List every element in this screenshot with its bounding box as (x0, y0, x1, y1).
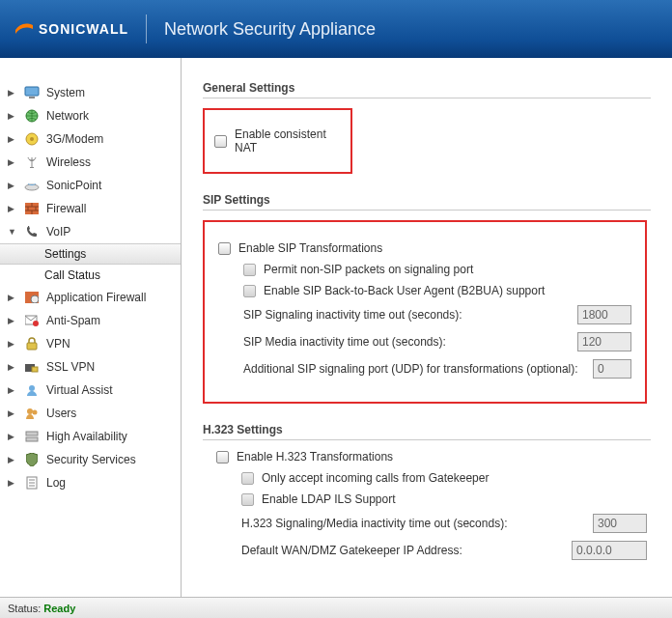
checkbox-enable-sip-transform[interactable] (218, 242, 231, 255)
sidebar-item-label: Wireless (46, 155, 181, 169)
input-gatekeeper-ip[interactable] (572, 541, 647, 560)
chevron-right-icon: ▶ (8, 88, 17, 98)
ssl-lock-icon (23, 359, 41, 375)
highlight-box-sip: Enable SIP Transformations Permit non-SI… (203, 220, 647, 404)
sidebar-item-vpn[interactable]: ▶ VPN (0, 332, 181, 355)
svg-point-17 (33, 410, 38, 415)
label-enable-sip-transform: Enable SIP Transformations (238, 241, 382, 255)
svg-point-9 (31, 295, 39, 303)
chevron-right-icon: ▶ (8, 181, 17, 190)
status-value: Ready (43, 603, 75, 614)
content-area: ▶ System ▶ Network ▶ 3G/Modem ▶ W (0, 58, 672, 597)
label-only-gatekeeper: Only accept incoming calls from Gatekeep… (262, 471, 489, 485)
checkbox-enable-b2bua[interactable] (243, 285, 256, 297)
access-point-icon (23, 178, 41, 193)
envelope-block-icon (23, 313, 41, 328)
sidebar-item-sslvpn[interactable]: ▶ SSL VPN (0, 355, 181, 379)
sidebar-sub-label: Call Status (44, 268, 100, 282)
svg-point-11 (33, 321, 39, 326)
svg-rect-12 (27, 343, 37, 350)
checkbox-enable-h323-transform[interactable] (216, 451, 229, 464)
antenna-icon (23, 154, 41, 170)
shield-icon (23, 452, 41, 467)
label-sip-media-timeout: SIP Media inactivity time out (seconds): (243, 335, 446, 349)
product-name: Network Security Appliance (164, 19, 376, 40)
sidebar-item-log[interactable]: ▶ Log (0, 471, 181, 494)
app-header: SONICWALL Network Security Appliance (0, 0, 672, 58)
sidebar-item-label: High Availability (46, 430, 181, 443)
chevron-right-icon: ▶ (8, 455, 17, 464)
chevron-right-icon: ▶ (8, 316, 17, 325)
status-bar: Status: Ready (0, 597, 672, 618)
brand-text: SONICWALL (39, 21, 128, 37)
svg-point-15 (29, 385, 35, 391)
brick-wall-icon (23, 201, 41, 216)
modem-icon (23, 131, 41, 147)
chevron-right-icon: ▶ (8, 478, 17, 488)
sidebar-item-security-services[interactable]: ▶ Security Services (0, 448, 181, 471)
checkbox-only-gatekeeper[interactable] (241, 472, 254, 485)
sidebar-sub-settings[interactable]: Settings (0, 243, 181, 265)
svg-rect-14 (32, 367, 38, 372)
chevron-right-icon: ▶ (8, 362, 17, 372)
brand-logo: SONICWALL (15, 20, 128, 38)
users-icon (23, 406, 41, 421)
servers-icon (23, 429, 41, 444)
lock-icon (23, 336, 41, 351)
sidebar-item-virtual-assist[interactable]: ▶ Virtual Assist (0, 379, 181, 402)
sidebar-item-wireless[interactable]: ▶ Wireless (0, 151, 181, 174)
sidebar-item-label: 3G/Modem (46, 132, 181, 146)
label-sip-signal-timeout: SIP Signaling inactivity time out (secon… (243, 308, 462, 322)
sidebar-item-system[interactable]: ▶ System (0, 81, 181, 104)
sidebar-item-users[interactable]: ▶ Users (0, 402, 181, 425)
label-sip-addl-port: Additional SIP signaling port (UDP) for … (243, 362, 578, 376)
sidebar-sub-label: Settings (44, 247, 86, 261)
chevron-right-icon: ▶ (8, 385, 17, 395)
section-title-h323: H.323 Settings (203, 423, 651, 440)
sidebar-item-label: Firewall (46, 202, 181, 215)
main-panel: General Settings Enable consistent NAT S… (182, 58, 672, 597)
sidebar-item-firewall[interactable]: ▶ Firewall (0, 197, 181, 220)
sidebar-item-voip[interactable]: ▼ VoIP (0, 220, 181, 243)
chevron-right-icon: ▶ (8, 339, 17, 349)
chevron-right-icon: ▶ (8, 432, 17, 441)
swoosh-icon (15, 20, 33, 38)
input-h323-signal-timeout[interactable] (593, 514, 647, 533)
app-firewall-icon (23, 290, 41, 305)
sidebar-item-label: SSL VPN (46, 360, 181, 374)
section-title-sip: SIP Settings (203, 193, 651, 211)
label-enable-ldap: Enable LDAP ILS Support (262, 492, 396, 506)
svg-point-4 (30, 137, 34, 141)
sidebar-item-high-availability[interactable]: ▶ High Availability (0, 425, 181, 448)
sidebar-item-label: Users (46, 407, 181, 420)
section-h323: H.323 Settings Enable H.323 Transformati… (203, 423, 651, 560)
label-enable-h323-transform: Enable H.323 Transformations (237, 450, 393, 464)
chevron-down-icon: ▼ (8, 227, 17, 237)
sidebar-item-label: Anti-Spam (46, 314, 181, 327)
headset-icon (23, 382, 41, 398)
sidebar-item-label: Log (46, 476, 181, 490)
sidebar-item-network[interactable]: ▶ Network (0, 104, 181, 127)
svg-point-16 (27, 408, 33, 414)
svg-rect-0 (25, 87, 39, 96)
sidebar-item-application-firewall[interactable]: ▶ Application Firewall (0, 286, 181, 309)
checkbox-enable-nat[interactable] (214, 135, 227, 148)
sidebar-item-sonicpoint[interactable]: ▶ SonicPoint (0, 174, 181, 197)
checkbox-permit-nonsip[interactable] (243, 264, 256, 276)
sidebar: ▶ System ▶ Network ▶ 3G/Modem ▶ W (0, 58, 182, 597)
sidebar-sub-callstatus[interactable]: Call Status (0, 265, 181, 286)
sidebar-item-3gmodem[interactable]: ▶ 3G/Modem (0, 127, 181, 151)
checkbox-enable-ldap[interactable] (241, 493, 254, 506)
sidebar-item-antispam[interactable]: ▶ Anti-Spam (0, 309, 181, 332)
sidebar-item-label: SonicPoint (46, 179, 181, 192)
globe-icon (23, 108, 41, 124)
label-enable-nat: Enable consistent NAT (235, 127, 341, 154)
label-h323-signal-timeout: H.323 Signaling/Media inactivity time ou… (241, 517, 507, 530)
input-sip-media-timeout[interactable] (577, 332, 631, 351)
section-title-general: General Settings (203, 81, 651, 98)
input-sip-addl-port[interactable] (593, 359, 631, 379)
input-sip-signal-timeout[interactable] (577, 305, 631, 324)
chevron-right-icon: ▶ (8, 134, 17, 144)
status-label: Status: (8, 603, 41, 614)
svg-rect-1 (29, 97, 35, 98)
